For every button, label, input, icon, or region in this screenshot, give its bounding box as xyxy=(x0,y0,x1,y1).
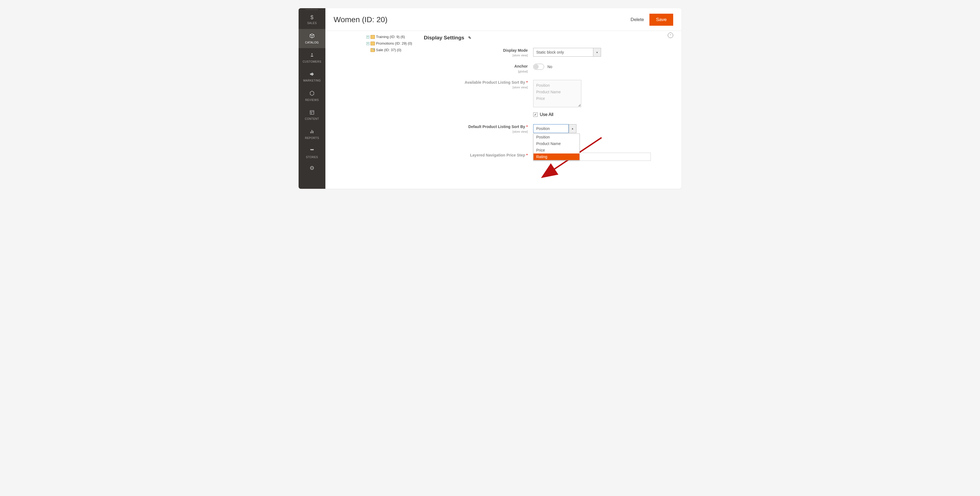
pencil-icon[interactable]: ✎ xyxy=(468,35,471,40)
folder-icon xyxy=(371,41,375,45)
expand-icon[interactable]: + xyxy=(366,35,369,38)
label-display-mode: Display Mode xyxy=(503,48,528,53)
megaphone-icon xyxy=(309,72,315,78)
anchor-value: No xyxy=(547,65,552,69)
hexagon-icon xyxy=(309,91,315,97)
category-tree: + Training (ID: 9) (6) + Promotions (ID:… xyxy=(325,31,424,189)
layout-icon xyxy=(309,110,315,116)
sidebar-item-content[interactable]: CONTENT xyxy=(299,105,325,125)
collapse-icon[interactable]: ⌃ xyxy=(668,33,673,38)
svg-rect-5 xyxy=(312,130,312,133)
expand-icon[interactable]: + xyxy=(366,42,369,45)
chevron-down-icon[interactable]: ▾ xyxy=(593,48,601,57)
section-display-settings: Display Settings ✎ xyxy=(424,35,668,41)
sidebar-item-marketing[interactable]: MARKETING xyxy=(299,67,325,86)
sidebar-item-catalog[interactable]: CATALOG xyxy=(299,29,325,48)
svg-rect-1 xyxy=(310,110,314,114)
use-all-checkbox[interactable]: ✓ xyxy=(533,112,538,117)
sidebar-item-reviews[interactable]: REVIEWS xyxy=(299,86,325,105)
chevron-up-icon[interactable] xyxy=(569,124,576,133)
display-mode-select[interactable]: Static block only ▾ xyxy=(533,48,601,57)
dropdown-option-product-name[interactable]: Product Name xyxy=(533,140,579,147)
anchor-toggle[interactable] xyxy=(533,64,544,70)
page-title: Women (ID: 20) xyxy=(334,15,387,24)
box-icon xyxy=(309,33,315,40)
dropdown-option-position[interactable]: Position xyxy=(533,134,579,140)
page-header: Women (ID: 20) Delete Save xyxy=(325,8,681,31)
gear-icon: ⚙ xyxy=(310,165,315,171)
delete-button[interactable]: Delete xyxy=(630,17,644,22)
default-sort-select[interactable]: Position xyxy=(533,124,576,133)
storefront-icon xyxy=(309,148,315,155)
sidebar-item-system[interactable]: ⚙ xyxy=(299,163,325,174)
sidebar-item-reports[interactable]: REPORTS xyxy=(299,125,325,144)
label-anchor: Anchor xyxy=(514,64,528,69)
admin-sidebar: DASHBOARD $ SALES CATALOG CUSTOMERS xyxy=(299,8,325,189)
svg-rect-6 xyxy=(313,131,313,133)
tree-node-sale[interactable]: Sale (ID: 37) (0) xyxy=(366,47,421,53)
person-icon xyxy=(310,52,314,59)
available-sort-multiselect[interactable]: Position Product Name Price xyxy=(533,80,581,107)
label-price-step: Layered Navigation Price Step xyxy=(470,153,525,157)
save-button[interactable]: Save xyxy=(649,14,673,26)
default-sort-dropdown: Position Product Name Price Rating xyxy=(533,134,580,160)
folder-icon xyxy=(371,48,375,52)
sidebar-item-customers[interactable]: CUSTOMERS xyxy=(299,48,325,67)
sidebar-item-sales[interactable]: $ SALES xyxy=(299,10,325,29)
dropdown-option-price[interactable]: Price xyxy=(533,147,579,153)
dropdown-option-rating[interactable]: Rating xyxy=(533,153,579,160)
folder-icon xyxy=(371,35,375,39)
svg-point-0 xyxy=(312,53,313,55)
tree-node-training[interactable]: + Training (ID: 9) (6) xyxy=(366,33,421,40)
barchart-icon xyxy=(309,129,315,136)
label-use-all: Use All xyxy=(540,112,554,117)
label-available-sort: Available Product Listing Sort By xyxy=(465,80,525,85)
svg-rect-4 xyxy=(310,132,311,133)
label-default-sort: Default Product Listing Sort By xyxy=(468,124,525,129)
sidebar-item-stores[interactable]: STORES xyxy=(299,144,325,163)
tree-node-promotions[interactable]: + Promotions (ID: 29) (0) xyxy=(366,40,421,47)
dollar-icon: $ xyxy=(310,14,313,21)
